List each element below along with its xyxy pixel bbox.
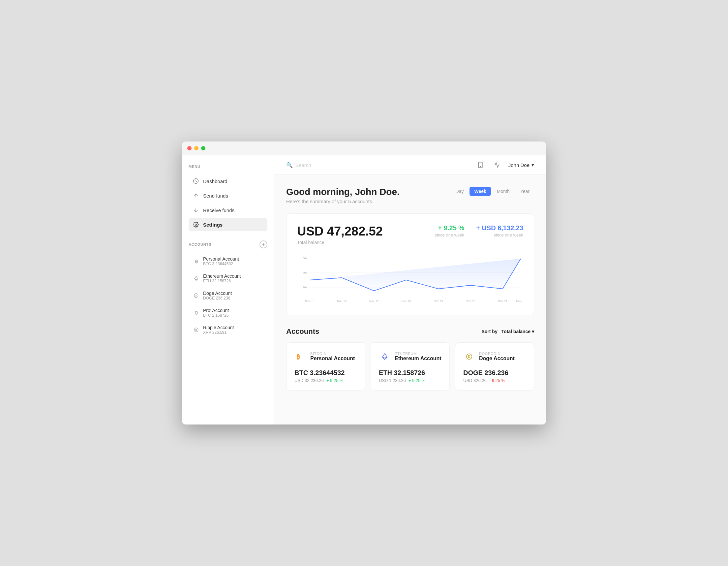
sort-control[interactable]: Sort by Total balance ▾ xyxy=(481,329,534,334)
balance-info: USD 47,282.52 Total balance xyxy=(297,224,383,245)
nav-items: Dashboard Send funds Receive funds Setti… xyxy=(189,174,267,231)
svg-text:D: D xyxy=(468,355,470,359)
btc-sidebar-icon xyxy=(193,257,200,265)
minimize-dot[interactable] xyxy=(194,146,198,150)
sidebar-account-doge[interactable]: D Doge Account DOGE 236.236 xyxy=(189,287,267,304)
nav-label: Settings xyxy=(203,222,223,227)
stat-usd-label: since one week xyxy=(476,232,523,237)
card-crypto-label: BITCOIN xyxy=(310,352,355,356)
greeting-sub: Here's the summary of your 5 accounts. xyxy=(286,198,400,204)
activity-icon[interactable] xyxy=(492,160,502,170)
greeting-text: Good morning, John Doe. Here's the summa… xyxy=(286,187,400,204)
stat-usd-value: + USD 6,132.23 xyxy=(476,224,523,232)
card-balance: DOGE 236.236 xyxy=(463,369,526,377)
period-month[interactable]: Month xyxy=(492,187,514,196)
close-dot[interactable] xyxy=(187,146,192,150)
svg-text:Nov. 17: Nov. 17 xyxy=(369,300,379,303)
arrow-up-icon xyxy=(193,192,199,199)
stat-percent: + 9.25 % since one week xyxy=(435,224,465,237)
card-change: - 9.25 % xyxy=(489,378,505,383)
card-usd-value: USD 1,236.26 xyxy=(379,378,406,383)
card-account-name: Doge Account xyxy=(479,356,515,362)
card-balance: ETH 32.158726 xyxy=(379,369,441,377)
page-content: Good morning, John Doe. Here's the summa… xyxy=(274,175,546,402)
svg-text:Nov. 20: Nov. 20 xyxy=(466,300,475,303)
card-crypto-label: DOGECOIN xyxy=(479,352,515,356)
sort-value: Total balance xyxy=(501,329,531,334)
sidebar-account-ethereum[interactable]: Ethereum Account ETH 32.158726 xyxy=(189,270,267,287)
titlebar xyxy=(182,141,546,155)
total-balance-label: Total balance xyxy=(297,240,383,245)
sidebar-account-pro[interactable]: Pro' Account BTC 2.158726 xyxy=(189,305,267,321)
svg-text:60k: 60k xyxy=(303,256,307,260)
svg-marker-9 xyxy=(195,279,198,280)
period-filters: Day Week Month Year xyxy=(451,187,534,196)
btc-sidebar-icon xyxy=(193,309,200,316)
svg-text:Nov. 15: Nov. 15 xyxy=(305,300,315,303)
chart-header: USD 47,282.52 Total balance + 9.25 % sin… xyxy=(297,224,523,245)
svg-text:Nov. 19: Nov. 19 xyxy=(434,300,443,303)
nav-label: Send funds xyxy=(203,193,228,198)
card-balance: BTC 3.23644532 xyxy=(294,369,357,377)
accounts-section-header: Accounts Sort by Total balance ▾ xyxy=(286,327,534,336)
sidebar-item-send[interactable]: Send funds xyxy=(189,189,267,202)
chevron-down-icon: ▾ xyxy=(531,162,534,168)
doge-card-icon: D xyxy=(463,351,475,363)
card-usd-value: USD 32,236.26 xyxy=(294,378,324,383)
account-card-bitcoin[interactable]: ₿ BITCOIN Personal Account BTC 3.2364453… xyxy=(286,343,365,391)
card-usd-value: USD 326.26 xyxy=(463,378,487,383)
doge-sidebar-icon: D xyxy=(193,292,200,299)
svg-point-17 xyxy=(196,329,197,331)
svg-text:Nov. 18: Nov. 18 xyxy=(402,300,411,303)
device-icon[interactable] xyxy=(475,160,485,170)
maximize-dot[interactable] xyxy=(201,146,205,150)
period-week[interactable]: Week xyxy=(470,187,491,196)
user-menu[interactable]: John Doe ▾ xyxy=(508,162,534,168)
sidebar-account-personal[interactable]: Personal Account BTC 3.23644532 xyxy=(189,253,267,269)
sidebar-item-dashboard[interactable]: Dashboard xyxy=(189,174,267,188)
period-year[interactable]: Year xyxy=(516,187,534,196)
accounts-header: ACCOUNTS + xyxy=(189,240,267,248)
account-sub: BTC 2.158726 xyxy=(203,313,229,318)
account-name: Pro' Account xyxy=(203,308,229,313)
sidebar-item-receive[interactable]: Receive funds xyxy=(189,203,267,217)
topbar-right: John Doe ▾ xyxy=(475,160,534,170)
search-icon: 🔍 xyxy=(286,162,293,168)
account-name: Ripple Account xyxy=(203,325,234,330)
svg-point-19 xyxy=(480,166,481,167)
gear-icon xyxy=(193,221,199,228)
sidebar-item-settings[interactable]: Settings xyxy=(189,218,267,231)
card-crypto-label: ETHEREUM xyxy=(395,352,441,356)
account-card-ethereum[interactable]: ETHEREUM Ethereum Account ETH 32.158726 … xyxy=(371,343,450,391)
account-card-dogecoin[interactable]: D DOGECOIN Doge Account DOGE 236.236 USD… xyxy=(455,343,534,391)
card-account-name: Ethereum Account xyxy=(395,356,441,362)
chart-svg: 60k 40k 20k xyxy=(297,255,523,306)
search-area: 🔍 Search xyxy=(286,162,311,168)
account-name: Ethereum Account xyxy=(203,273,241,279)
period-day[interactable]: Day xyxy=(451,187,469,196)
account-cards: ₿ BITCOIN Personal Account BTC 3.2364453… xyxy=(286,343,534,391)
accounts-section-label: ACCOUNTS xyxy=(189,242,211,246)
svg-marker-37 xyxy=(382,357,387,360)
svg-text:20k: 20k xyxy=(303,286,307,289)
account-sub: BTC 3.23644532 xyxy=(203,261,239,266)
main-content: 🔍 Search xyxy=(274,155,546,425)
topbar: 🔍 Search xyxy=(274,155,546,175)
eth-sidebar-icon xyxy=(193,275,200,282)
svg-text:Nov. 21: Nov. 21 xyxy=(498,300,507,303)
account-sub: DOGE 236.236 xyxy=(203,296,232,301)
arrow-down-icon xyxy=(193,207,199,213)
svg-point-3 xyxy=(195,224,197,225)
add-account-button[interactable]: + xyxy=(259,240,267,248)
svg-text:Nov. 22: Nov. 22 xyxy=(516,300,523,303)
sidebar-accounts: Personal Account BTC 3.23644532 Ethereum… xyxy=(189,253,267,338)
sidebar-account-ripple[interactable]: Ripple Account XRP 326.591 xyxy=(189,322,267,338)
xrp-sidebar-icon xyxy=(193,326,200,334)
stat-usd: + USD 6,132.23 since one week xyxy=(476,224,523,237)
svg-point-16 xyxy=(194,328,198,332)
search-input[interactable]: Search xyxy=(295,162,311,168)
nav-label: Receive funds xyxy=(203,207,234,213)
app-body: MENU Dashboard Send funds Receive funds … xyxy=(182,155,546,425)
accounts-section-title: Accounts xyxy=(286,327,319,336)
eth-card-icon xyxy=(379,351,391,363)
